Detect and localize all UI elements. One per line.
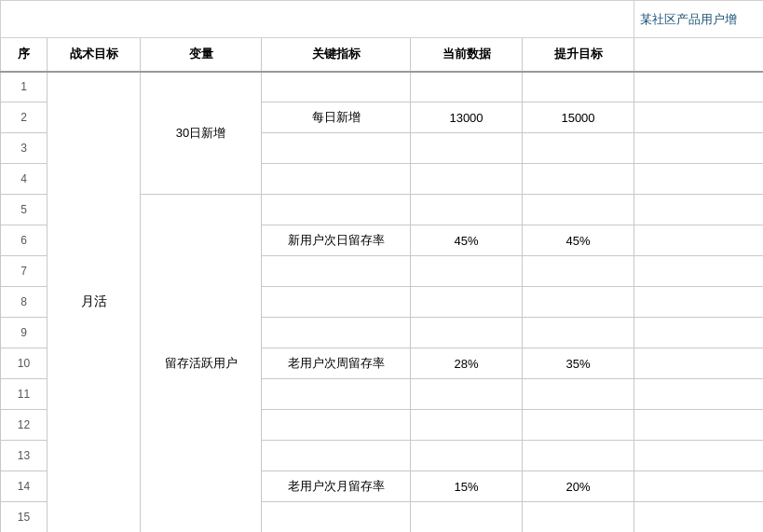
extra-14 <box>634 471 764 502</box>
current-12 <box>411 410 523 441</box>
seq-5: 5 <box>1 195 48 225</box>
seq-9: 9 <box>1 318 48 348</box>
current-14: 15% <box>411 471 523 502</box>
kpi-12 <box>262 410 411 441</box>
seq-14: 14 <box>1 471 48 502</box>
extra-3 <box>634 133 764 164</box>
table-row: 1 月活 30日新增 <box>1 72 764 102</box>
extra-8 <box>634 287 764 318</box>
current-2: 13000 <box>411 102 523 133</box>
title-row: 某社区产品用户增 <box>1 1 764 38</box>
target-2: 15000 <box>523 102 634 133</box>
extra-7 <box>634 256 764 287</box>
seq-3: 3 <box>1 133 48 164</box>
kpi-1 <box>262 72 411 102</box>
seq-13: 13 <box>1 441 48 471</box>
seq-2: 2 <box>1 102 48 133</box>
extra-5 <box>634 195 764 225</box>
spreadsheet: 某社区产品用户增 序 战术目标 变量 关键指标 当前数据 提升目标 1 月活 3… <box>0 0 763 532</box>
current-5 <box>411 195 523 225</box>
target-15 <box>523 502 634 533</box>
current-7 <box>411 256 523 287</box>
extra-9 <box>634 318 764 348</box>
extra-12 <box>634 410 764 441</box>
kpi-15 <box>262 502 411 533</box>
seq-10: 10 <box>1 348 48 379</box>
extra-11 <box>634 379 764 410</box>
seq-4: 4 <box>1 164 48 195</box>
current-6: 45% <box>411 225 523 256</box>
extra-15 <box>634 502 764 533</box>
current-11 <box>411 379 523 410</box>
extra-4 <box>634 164 764 195</box>
main-table: 某社区产品用户增 序 战术目标 变量 关键指标 当前数据 提升目标 1 月活 3… <box>0 0 763 532</box>
seq-7: 7 <box>1 256 48 287</box>
current-13 <box>411 441 523 471</box>
current-9 <box>411 318 523 348</box>
target-13 <box>523 441 634 471</box>
seq-6: 6 <box>1 225 48 256</box>
kpi-5 <box>262 195 411 225</box>
current-4 <box>411 164 523 195</box>
variable-30: 30日新增 <box>141 72 262 195</box>
target-9 <box>523 318 634 348</box>
seq-8: 8 <box>1 287 48 318</box>
kpi-3 <box>262 133 411 164</box>
seq-12: 12 <box>1 410 48 441</box>
header-extra <box>634 38 764 72</box>
target-11 <box>523 379 634 410</box>
header-seq: 序 <box>1 38 48 72</box>
extra-1 <box>634 72 764 102</box>
kpi-11 <box>262 379 411 410</box>
target-6: 45% <box>523 225 634 256</box>
extra-6 <box>634 225 764 256</box>
target-4 <box>523 164 634 195</box>
variable-liucun: 留存活跃用户 <box>141 195 262 533</box>
header-target: 提升目标 <box>523 38 634 72</box>
header-current: 当前数据 <box>411 38 523 72</box>
extra-10 <box>634 348 764 379</box>
tactic-yuehuo: 月活 <box>48 72 141 533</box>
current-3 <box>411 133 523 164</box>
kpi-6: 新用户次日留存率 <box>262 225 411 256</box>
kpi-10: 老用户次周留存率 <box>262 348 411 379</box>
extra-13 <box>634 441 764 471</box>
kpi-4 <box>262 164 411 195</box>
seq-11: 11 <box>1 379 48 410</box>
target-8 <box>523 287 634 318</box>
kpi-2: 每日新增 <box>262 102 411 133</box>
extra-2 <box>634 102 764 133</box>
kpi-7 <box>262 256 411 287</box>
header-row: 序 战术目标 变量 关键指标 当前数据 提升目标 <box>1 38 764 72</box>
header-tactic: 战术目标 <box>48 38 141 72</box>
kpi-13 <box>262 441 411 471</box>
title-cell: 某社区产品用户增 <box>634 1 764 38</box>
current-8 <box>411 287 523 318</box>
target-3 <box>523 133 634 164</box>
kpi-8 <box>262 287 411 318</box>
current-15 <box>411 502 523 533</box>
target-10: 35% <box>523 348 634 379</box>
seq-15: 15 <box>1 502 48 533</box>
target-7 <box>523 256 634 287</box>
kpi-14: 老用户次月留存率 <box>262 471 411 502</box>
seq-1: 1 <box>1 72 48 102</box>
target-1 <box>523 72 634 102</box>
current-1 <box>411 72 523 102</box>
target-12 <box>523 410 634 441</box>
target-5 <box>523 195 634 225</box>
current-10: 28% <box>411 348 523 379</box>
header-variable: 变量 <box>141 38 262 72</box>
target-14: 20% <box>523 471 634 502</box>
kpi-9 <box>262 318 411 348</box>
header-kpi: 关键指标 <box>262 38 411 72</box>
